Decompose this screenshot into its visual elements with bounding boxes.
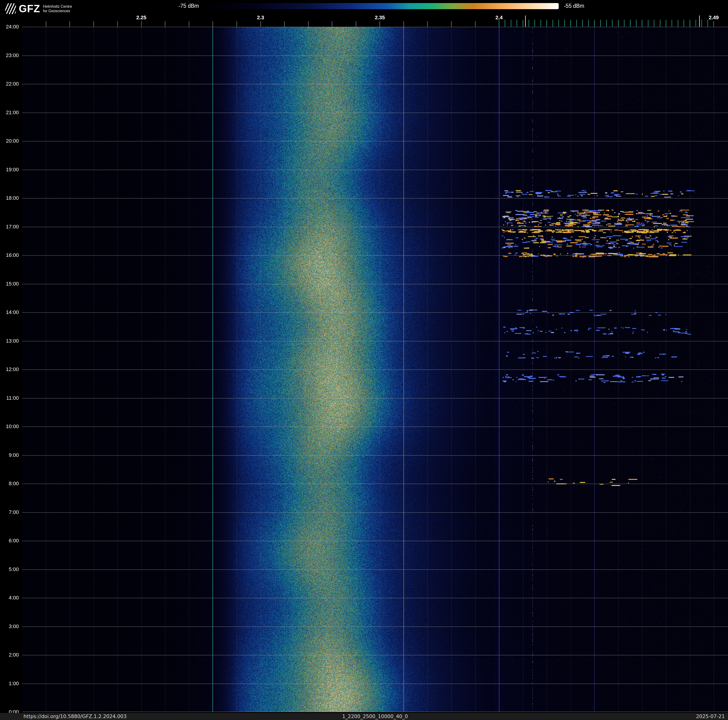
wifi-channel-tick xyxy=(660,20,661,27)
spectrogram-plot xyxy=(22,27,728,712)
wifi-channel-tick xyxy=(523,20,523,27)
time-axis-label: 17:00 xyxy=(6,224,19,230)
freq-minor-tick xyxy=(189,21,189,27)
wifi-channel-tick xyxy=(636,20,636,27)
time-axis-label: 18:00 xyxy=(6,195,19,201)
gfz-logo-icon xyxy=(5,3,16,14)
freq-minor-tick xyxy=(713,21,714,27)
time-axis-label: 24:00 xyxy=(6,24,19,30)
wifi-channel-tick xyxy=(517,20,517,27)
wifi-channel-tick xyxy=(529,20,529,27)
time-axis-label: 10:00 xyxy=(6,423,19,430)
wifi-channel-tick xyxy=(600,20,601,27)
wifi-channel-tick xyxy=(696,20,696,27)
wifi-channel-tick xyxy=(684,20,684,27)
freq-axis-label: 2.35 xyxy=(375,15,385,21)
freq-axis-label: 2.49 xyxy=(709,15,719,21)
time-axis-label: 5:00 xyxy=(9,566,19,573)
gfz-logo-subtitle: Helmholtz Centre for Geosciences xyxy=(43,4,72,13)
wifi-channel-tick xyxy=(534,20,535,27)
footer-doi: https://doi.org/10.5880/GFZ.1.2.2024.003 xyxy=(23,714,127,719)
time-axis-label: 2:00 xyxy=(9,652,19,658)
freq-minor-tick xyxy=(93,21,94,27)
wifi-channel-tick xyxy=(612,20,612,27)
colorbar-max-label: -55 dBm xyxy=(564,3,584,9)
time-axis-label: 6:00 xyxy=(9,538,19,544)
freq-minor-tick xyxy=(379,21,380,27)
wifi-channel-tick xyxy=(630,20,630,27)
wifi-channel-tick xyxy=(702,20,702,27)
frequency-axis: 2.252.32.352.42.49 xyxy=(0,14,728,27)
wifi-channel-tick-highlight xyxy=(525,15,526,27)
wifi-channel-tick xyxy=(511,20,511,27)
wifi-channel-tick xyxy=(576,20,577,27)
time-axis-label: 14:00 xyxy=(6,309,19,316)
time-axis: 24:0023:0022:0021:0020:0019:0018:0017:00… xyxy=(0,27,20,712)
wifi-channel-tick xyxy=(618,20,619,27)
wifi-channel-tick xyxy=(583,20,583,27)
wifi-channel-tick xyxy=(505,20,505,27)
time-axis-label: 16:00 xyxy=(6,252,19,258)
freq-minor-tick xyxy=(69,21,70,27)
gfz-logo-text: GFZ xyxy=(19,3,40,14)
time-axis-label: 11:00 xyxy=(6,395,19,401)
wifi-channel-tick xyxy=(588,20,589,27)
time-axis-label: 21:00 xyxy=(6,109,19,116)
freq-minor-tick xyxy=(165,21,165,27)
footer-date: 2025-07-21 xyxy=(696,714,725,719)
wifi-channel-tick xyxy=(624,20,624,27)
gfz-logo: GFZ Helmholtz Centre for Geosciences xyxy=(5,3,72,14)
freq-minor-tick xyxy=(404,21,404,27)
time-axis-label: 23:00 xyxy=(6,52,19,58)
freq-minor-tick xyxy=(46,21,46,27)
freq-minor-tick xyxy=(427,21,428,27)
freq-minor-tick xyxy=(284,21,284,27)
freq-minor-tick xyxy=(237,21,237,27)
time-axis-label: 12:00 xyxy=(6,366,19,372)
wifi-channel-tick xyxy=(541,20,541,27)
wifi-channel-tick xyxy=(606,20,607,27)
wifi-channel-tick xyxy=(570,20,571,27)
wifi-channel-tick xyxy=(671,20,672,27)
wifi-channel-tick xyxy=(648,20,648,27)
wifi-channel-tick xyxy=(654,20,654,27)
wifi-channel-tick-highlight xyxy=(699,15,700,27)
spectrogram-canvas xyxy=(22,27,728,712)
freq-minor-tick xyxy=(356,21,356,27)
spectrogram-app: GFZ Helmholtz Centre for Geosciences -75… xyxy=(0,0,728,720)
time-axis-label: 8:00 xyxy=(9,481,19,487)
freq-minor-tick xyxy=(332,21,332,27)
freq-axis-label: 2.25 xyxy=(136,15,146,21)
colorbar-min-label: -75 dBm xyxy=(179,3,199,9)
freq-minor-tick xyxy=(308,21,309,27)
time-axis-label: 22:00 xyxy=(6,81,19,87)
wifi-channel-tick xyxy=(558,20,559,27)
wifi-channel-tick xyxy=(499,20,499,27)
wifi-channel-tick xyxy=(564,20,565,27)
time-axis-label: 19:00 xyxy=(6,167,19,173)
freq-axis-label: 2.3 xyxy=(257,15,264,21)
freq-minor-tick xyxy=(475,21,476,27)
wifi-channel-tick xyxy=(552,20,553,27)
gfz-logo-subline2: for Geosciences xyxy=(43,9,72,13)
time-axis-label: 15:00 xyxy=(6,281,19,287)
freq-minor-tick xyxy=(213,21,213,27)
wifi-channel-tick xyxy=(594,20,595,27)
time-axis-label: 1:00 xyxy=(9,680,19,686)
wifi-channel-tick xyxy=(546,20,547,27)
time-axis-label: 20:00 xyxy=(6,138,19,144)
time-axis-label: 7:00 xyxy=(9,509,19,515)
wifi-channel-tick xyxy=(678,20,678,27)
wifi-channel-tick xyxy=(666,20,666,27)
freq-minor-tick xyxy=(260,21,261,27)
time-axis-label: 9:00 xyxy=(9,452,19,458)
freq-minor-tick xyxy=(117,21,118,27)
wifi-channel-tick xyxy=(708,20,708,27)
freq-minor-tick xyxy=(451,21,451,27)
footer: https://doi.org/10.5880/GFZ.1.2.2024.003… xyxy=(0,713,728,720)
time-axis-label: 13:00 xyxy=(6,338,19,344)
colorbar: -75 dBm -55 dBm xyxy=(179,3,584,9)
wifi-channel-tick xyxy=(642,20,642,27)
freq-minor-tick xyxy=(141,21,142,27)
colorbar-gradient xyxy=(204,3,559,9)
